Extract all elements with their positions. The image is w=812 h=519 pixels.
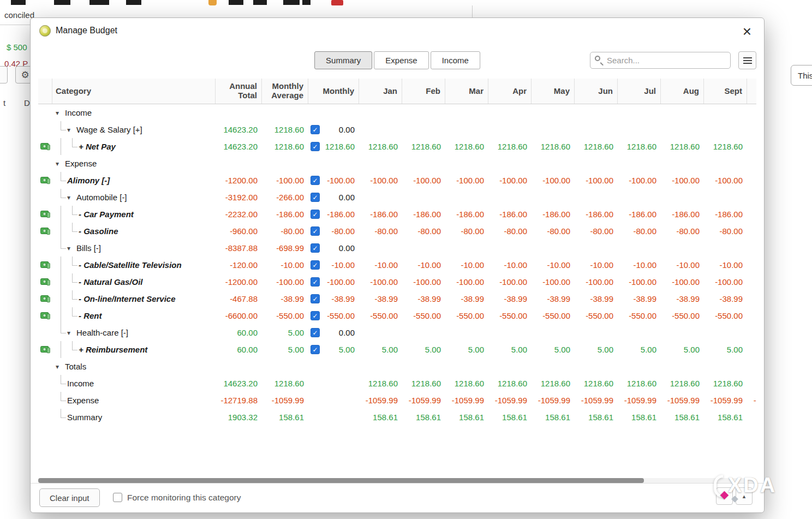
table-row[interactable]: - Cable/Satellite Television-120.00-10.0…: [38, 256, 756, 273]
budget-enabled-checkbox[interactable]: ✓: [311, 142, 320, 151]
budget-enabled-checkbox[interactable]: ✓: [311, 311, 320, 320]
tab-income[interactable]: Income: [431, 51, 480, 69]
monthly-cell: ✓0.00: [308, 324, 359, 341]
table-row[interactable]: Expense-12719.88-1059.99-1059.99-1059.99…: [38, 392, 756, 409]
month-value: [618, 155, 661, 172]
table-row[interactable]: - Rent-6600.00-550.00✓-550.00-550.00-550…: [38, 307, 756, 324]
table-row[interactable]: - Natural Gas/Oil-1200.00-100.00✓-100.00…: [38, 273, 756, 290]
month-value: [618, 240, 661, 256]
column-header-month-Sept[interactable]: Sept: [704, 79, 747, 104]
table-row[interactable]: ▾Wage & Salary [+]14623.201218.60✓0.00: [38, 121, 756, 138]
expand-caret-icon[interactable]: ▾: [67, 194, 76, 201]
month-value: 1218.60: [704, 375, 747, 392]
monthly-cell: ✓0.00: [308, 189, 359, 206]
background-partial-button[interactable]: [0, 66, 8, 83]
category-label: - Gasoline: [79, 226, 118, 236]
budget-enabled-checkbox[interactable]: ✓: [311, 193, 320, 202]
column-header-month-Aug[interactable]: Aug: [661, 79, 704, 104]
table-row[interactable]: ▾Totals: [38, 358, 756, 375]
budget-enabled-checkbox[interactable]: ✓: [311, 243, 320, 253]
column-header-annual-total[interactable]: Annual Total: [216, 79, 262, 104]
expand-caret-icon[interactable]: ▾: [67, 126, 76, 134]
toolbar-icon-fragment: [283, 0, 300, 5]
column-header-month-Jul[interactable]: Jul: [618, 79, 661, 104]
table-row[interactable]: ▾Bills [-]-8387.88-698.99✓0.00: [38, 240, 756, 256]
monthly-average-value: -10.00: [262, 256, 308, 273]
month-value: [488, 121, 532, 138]
column-header-month-clipped[interactable]: [747, 79, 756, 104]
expand-caret-icon[interactable]: ▾: [67, 329, 76, 337]
budget-enabled-checkbox[interactable]: ✓: [311, 260, 320, 270]
category-icon: [40, 295, 50, 303]
row-icon-cell: [38, 240, 52, 256]
column-header-icon[interactable]: [38, 79, 52, 104]
tab-expense[interactable]: Expense: [374, 51, 428, 69]
table-row[interactable]: ▾Health-care [-]60.005.00✓0.00: [38, 324, 756, 341]
table-row[interactable]: + Reimbursement60.005.00✓5.005.005.005.0…: [38, 341, 756, 358]
table-row[interactable]: Alimony [-]-1200.00-100.00✓-100.00-100.0…: [38, 172, 756, 189]
clear-input-button[interactable]: Clear input: [39, 488, 100, 507]
month-value: -186.00: [359, 206, 402, 223]
check-icon: ✓: [312, 245, 318, 252]
month-value: 1218.60: [402, 138, 445, 155]
budget-enabled-checkbox[interactable]: ✓: [311, 226, 320, 236]
horizontal-scrollbar-track[interactable]: [38, 478, 756, 483]
horizontal-scrollbar[interactable]: [38, 478, 644, 483]
budget-enabled-checkbox[interactable]: ✓: [311, 125, 320, 134]
column-header-month-Feb[interactable]: Feb: [402, 79, 445, 104]
background-this-box[interactable]: This: [791, 65, 812, 86]
column-header-monthly-average[interactable]: Monthly Average: [262, 79, 308, 104]
month-value: -80.00: [575, 223, 618, 240]
budget-enabled-checkbox[interactable]: ✓: [311, 210, 320, 219]
table-row[interactable]: - Gasoline-960.00-80.00✓-80.00-80.00-80.…: [38, 223, 756, 240]
month-value: -100.00: [445, 273, 488, 290]
month-value: [747, 155, 756, 172]
search-input[interactable]: [590, 52, 731, 69]
budget-enabled-checkbox[interactable]: ✓: [311, 176, 320, 185]
budget-enabled-checkbox[interactable]: ✓: [311, 294, 320, 303]
annual-total-value: -2232.00: [216, 206, 262, 223]
month-value: -10.00: [575, 256, 618, 273]
month-value: 5.00: [488, 341, 532, 358]
table-row[interactable]: Summary1903.32158.61158.61158.61158.6115…: [38, 409, 756, 426]
table-row[interactable]: ▾Expense: [38, 155, 756, 172]
column-header-month-Apr[interactable]: Apr: [488, 79, 532, 104]
monthly-cell: ✓0.00: [308, 240, 359, 256]
table-row[interactable]: - On-line/Internet Service-467.88-38.99✓…: [38, 290, 756, 307]
column-header-month-Mar[interactable]: Mar: [445, 79, 488, 104]
category-label: - Natural Gas/Oil: [79, 277, 143, 287]
expand-caret-icon[interactable]: ▾: [56, 160, 65, 168]
budget-enabled-checkbox[interactable]: ✓: [311, 277, 320, 287]
close-icon[interactable]: ×: [738, 22, 756, 41]
force-monitoring-checkbox[interactable]: [113, 493, 122, 502]
month-value: -80.00: [402, 223, 445, 240]
table-row[interactable]: - Car Payment-2232.00-186.00✓-186.00-186…: [38, 206, 756, 223]
expand-caret-icon[interactable]: ▾: [56, 363, 65, 371]
table-row[interactable]: + Net Pay14623.201218.60✓1218.601218.601…: [38, 138, 756, 155]
tree-line: [56, 375, 67, 392]
expand-caret-icon[interactable]: ▾: [56, 109, 65, 117]
expand-caret-icon[interactable]: ▾: [67, 244, 76, 252]
menu-button[interactable]: [738, 51, 756, 69]
month-value: -10.00: [402, 256, 445, 273]
budget-enabled-checkbox[interactable]: ✓: [311, 345, 320, 354]
column-header-monthly[interactable]: Monthly: [308, 79, 359, 104]
month-value: -100.00: [532, 273, 575, 290]
table-row[interactable]: ▾Automobile [-]-3192.00-266.00✓0.00: [38, 189, 756, 206]
category-label: Alimony [-]: [67, 176, 110, 185]
column-header-month-Jan[interactable]: Jan: [359, 79, 402, 104]
dialog-titlebar[interactable]: Manage Budget ×: [31, 18, 764, 44]
table-row[interactable]: Income14623.201218.601218.601218.601218.…: [38, 375, 756, 392]
table-row[interactable]: ▾Income: [38, 104, 756, 121]
scroll-down-button[interactable]: ▾: [716, 487, 733, 505]
tab-summary[interactable]: Summary: [314, 51, 372, 69]
column-header-month-May[interactable]: May: [532, 79, 575, 104]
scroll-up-button[interactable]: ▴: [736, 487, 753, 505]
month-value: -550.00: [575, 307, 618, 324]
month-value: -10.00: [488, 256, 532, 273]
column-header-month-Jun[interactable]: Jun: [575, 79, 618, 104]
column-header-category[interactable]: Category: [52, 79, 216, 104]
budget-enabled-checkbox[interactable]: ✓: [311, 328, 320, 337]
category-cell: Summary: [52, 409, 216, 426]
month-value: [704, 324, 747, 341]
